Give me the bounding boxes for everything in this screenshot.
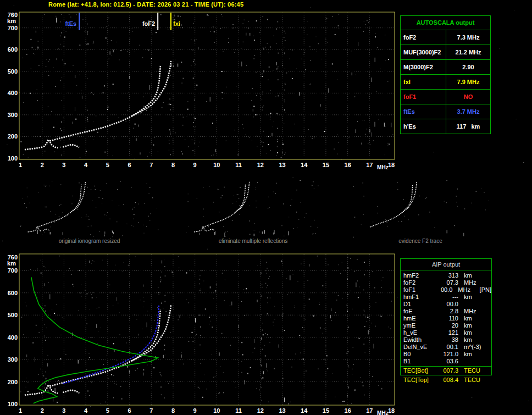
- panel-evidence-f2-trace: [353, 180, 489, 237]
- svg-text:8: 8: [171, 407, 175, 414]
- svg-text:10: 10: [213, 407, 220, 414]
- aip-output-table: AIP output hmF2313kmfoF207.3MHzfoF100.0M…: [400, 258, 492, 375]
- autoscaled-trace-blue: [63, 305, 159, 384]
- mini-f2-trace-x: [70, 182, 85, 213]
- aip-value: 007.3: [439, 367, 458, 374]
- svg-text:km: km: [7, 260, 16, 267]
- aip-note: [PN]: [480, 286, 491, 294]
- aip-unit: MHz: [458, 286, 479, 294]
- aip-unit: m^(-3): [464, 344, 488, 351]
- mini-f2-trace-x: [402, 182, 417, 213]
- aip-label: TEC[Top]: [403, 377, 439, 384]
- row-label: foF1: [401, 90, 446, 104]
- aip-label: hmF1: [403, 294, 439, 301]
- row-value: 117 km: [446, 119, 490, 134]
- grid-lines: [20, 254, 394, 405]
- row-label: MUF(3000)F2: [401, 45, 446, 59]
- f2-trace-extraordinary: [132, 305, 171, 361]
- svg-text:6: 6: [128, 407, 131, 414]
- aip-unit: km: [464, 322, 488, 329]
- row-label: fxI: [401, 75, 446, 89]
- plot-border: [19, 254, 395, 405]
- svg-text:500: 500: [8, 68, 18, 75]
- svg-text:700: 700: [8, 267, 18, 274]
- svg-text:18: 18: [388, 162, 395, 168]
- aip-label: DelN_vE: [403, 344, 439, 351]
- svg-text:300: 300: [8, 356, 18, 363]
- svg-text:11: 11: [235, 162, 242, 168]
- aip-unit: TECU: [464, 367, 488, 374]
- aip-label: foF1: [403, 286, 435, 294]
- aip-value: 313: [439, 272, 458, 279]
- table-row: foE2.8MHz: [403, 308, 491, 315]
- table-row: hmF2313km: [403, 272, 491, 279]
- svg-text:17: 17: [366, 162, 373, 168]
- table-row: M(3000)F22.90: [401, 60, 490, 75]
- table-row: Ewidth38km: [403, 336, 491, 344]
- svg-text:600: 600: [8, 290, 18, 296]
- panel-caption-eliminate: eliminate multiple reflections: [186, 238, 320, 244]
- svg-text:400: 400: [8, 90, 18, 96]
- es-trace: [63, 145, 79, 147]
- aip-label: D1: [403, 301, 439, 308]
- svg-text:9: 9: [193, 407, 197, 414]
- aip-unit: km: [464, 294, 488, 301]
- aip-value: 121: [439, 329, 458, 336]
- svg-text:15: 15: [323, 407, 329, 414]
- autoscala-table-header: AUTOSCALA output: [401, 16, 490, 30]
- aip-unit: km: [464, 336, 488, 344]
- table-row: ftEs3.7 MHz: [401, 104, 490, 119]
- autoscala-output-table: AUTOSCALA output foF27.3 MHzMUF(3000)F22…: [400, 15, 491, 134]
- row-value: 21.2 MHz: [446, 45, 490, 59]
- panel-caption-original: original ionogram resized: [19, 238, 159, 244]
- svg-text:14: 14: [301, 162, 308, 168]
- table-row: MUF(3000)F221.2 MHz: [401, 45, 490, 60]
- aip-label: Ewidth: [403, 336, 439, 344]
- aip-value: 00.0: [435, 286, 452, 294]
- row-label: ftEs: [401, 104, 446, 119]
- table-row: B103.6: [403, 358, 491, 365]
- svg-text:4: 4: [84, 407, 88, 414]
- aip-label: h_vE: [403, 329, 439, 336]
- table-row: fxI7.9 MHz: [401, 75, 490, 90]
- table-row: foF27.3 MHz: [401, 30, 490, 45]
- aip-value: 008.4: [439, 377, 458, 384]
- svg-text:200: 200: [8, 133, 18, 140]
- svg-text:9: 9: [193, 162, 197, 168]
- fxi-marker-label: fxi: [173, 20, 180, 27]
- row-value: NO: [446, 90, 490, 104]
- aip-label: hmE: [403, 315, 439, 322]
- svg-text:2: 2: [41, 162, 44, 168]
- aip-label: B0: [403, 351, 439, 358]
- aip-value: 20: [439, 322, 458, 329]
- row-label: M(3000)F2: [401, 60, 446, 74]
- mini-f2-trace: [370, 185, 413, 227]
- table-row: h_vE121km: [403, 329, 491, 336]
- ionogram-noise: [20, 256, 392, 405]
- table-row: foF207.3MHz: [403, 279, 491, 286]
- table-row: ymE20km: [403, 322, 491, 329]
- svg-text:100: 100: [8, 401, 18, 407]
- aip-table-rows: hmF2313kmfoF207.3MHzfoF100.0MHz[PN]hmF1-…: [401, 270, 491, 375]
- table-row: TEC[Bot]007.3TECU: [403, 367, 491, 374]
- svg-text:MHz: MHz: [377, 410, 389, 415]
- svg-text:13: 13: [279, 162, 285, 168]
- svg-text:3: 3: [62, 407, 65, 414]
- f2-trace-ordinary: [50, 66, 160, 141]
- svg-text:7: 7: [149, 162, 153, 168]
- svg-text:200: 200: [8, 379, 18, 385]
- foF2-marker-label: foF2: [142, 20, 155, 27]
- svg-text:5: 5: [106, 162, 109, 168]
- table-row: D100.0: [403, 301, 491, 308]
- row-value: 7.3 MHz: [446, 30, 490, 45]
- svg-text:100: 100: [8, 155, 18, 162]
- aip-label: ymE: [403, 322, 439, 329]
- svg-text:18: 18: [388, 407, 395, 414]
- mini-es-trace: [208, 229, 214, 231]
- row-label: h'Es: [401, 119, 446, 134]
- svg-text:10: 10: [213, 162, 220, 168]
- aip-unit: [464, 301, 488, 308]
- panel-caption-evidence: evidence F2 trace: [352, 238, 489, 244]
- svg-text:2: 2: [41, 407, 44, 414]
- mini-es-trace: [194, 226, 207, 232]
